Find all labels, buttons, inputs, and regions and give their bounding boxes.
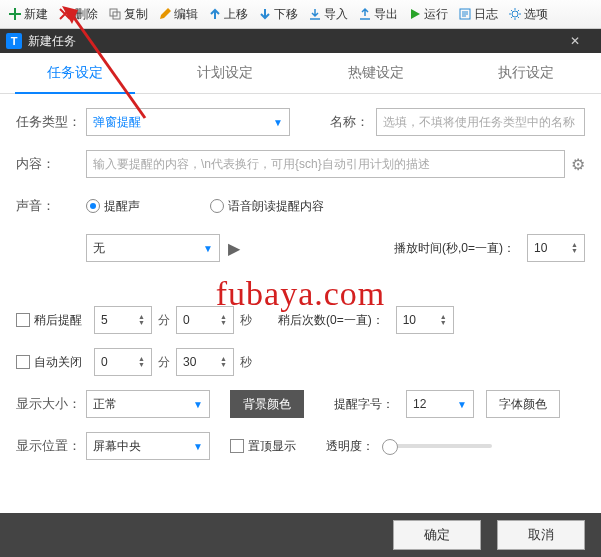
copy-icon <box>108 7 122 21</box>
spinner-icon: ▲▼ <box>220 314 227 326</box>
position-label: 显示位置： <box>16 437 86 455</box>
x-icon <box>58 7 72 21</box>
radio-tts[interactable]: 语音朗读提醒内容 <box>210 198 324 215</box>
later-count-label: 稍后次数(0=一直)： <box>278 312 384 329</box>
later-min-stepper[interactable]: 5▲▼ <box>94 306 152 334</box>
import-icon <box>308 7 322 21</box>
toolbar-moveup[interactable]: 上移 <box>204 4 252 25</box>
spinner-icon: ▲▼ <box>138 314 145 326</box>
play-sound-button[interactable]: ▶ <box>220 239 248 258</box>
checkbox-icon <box>16 313 30 327</box>
name-input[interactable]: 选填，不填将使用任务类型中的名称 <box>376 108 585 136</box>
sound-label: 声音： <box>16 197 86 215</box>
play-time-stepper[interactable]: 10▲▼ <box>527 234 585 262</box>
opacity-slider[interactable] <box>382 444 492 448</box>
content-input[interactable]: 输入要提醒的内容，\n代表换行，可用{sch}自动引用计划的描述 <box>86 150 565 178</box>
export-icon <box>358 7 372 21</box>
log-icon <box>458 7 472 21</box>
main-toolbar: 新建 删除 复制 编辑 上移 下移 导入 导出 运行 日志 选项 <box>0 0 601 29</box>
radio-sound[interactable]: 提醒声 <box>86 198 140 215</box>
fontsize-label: 提醒字号： <box>334 396 394 413</box>
fontcolor-button[interactable]: 字体颜色 <box>486 390 560 418</box>
opacity-label: 透明度： <box>326 438 374 455</box>
fontsize-combo[interactable]: 12▼ <box>406 390 474 418</box>
chevron-down-icon: ▼ <box>457 399 467 410</box>
toolbar-edit[interactable]: 编辑 <box>154 4 202 25</box>
window-titlebar: T 新建任务 ✕ <box>0 29 601 53</box>
toolbar-movedown[interactable]: 下移 <box>254 4 302 25</box>
autoclose-min-stepper[interactable]: 0▲▼ <box>94 348 152 376</box>
toolbar-new[interactable]: 新建 <box>4 4 52 25</box>
tab-task[interactable]: 任务设定 <box>0 53 150 93</box>
spinner-icon: ▲▼ <box>571 242 578 254</box>
tab-plan[interactable]: 计划设定 <box>150 53 300 93</box>
name-label: 名称： <box>330 113 376 131</box>
arrow-up-icon <box>208 7 222 21</box>
toolbar-log[interactable]: 日志 <box>454 4 502 25</box>
play-time-label: 播放时间(秒,0=一直)： <box>394 240 515 257</box>
content-settings-icon[interactable]: ⚙ <box>571 155 585 174</box>
dialog-footer: 确定 取消 <box>0 513 601 557</box>
gear-icon <box>508 7 522 21</box>
app-icon: T <box>6 33 22 49</box>
size-label: 显示大小： <box>16 395 86 413</box>
later-check[interactable]: 稍后提醒 <box>16 312 82 329</box>
chevron-down-icon: ▼ <box>193 399 203 410</box>
svg-point-3 <box>512 11 518 17</box>
bgcolor-button[interactable]: 背景颜色 <box>230 390 304 418</box>
cancel-button[interactable]: 取消 <box>497 520 585 550</box>
chevron-down-icon: ▼ <box>203 243 213 254</box>
form-area: 任务类型： 弹窗提醒 ▼ 名称： 选填，不填将使用任务类型中的名称 内容： 输入… <box>0 94 601 460</box>
checkbox-icon <box>16 355 30 369</box>
topmost-check[interactable]: 置顶显示 <box>230 438 296 455</box>
spinner-icon: ▲▼ <box>138 356 145 368</box>
plus-icon <box>8 7 22 21</box>
radio-dot-icon <box>210 199 224 213</box>
toolbar-run[interactable]: 运行 <box>404 4 452 25</box>
task-type-label: 任务类型： <box>16 113 86 131</box>
play-icon <box>408 7 422 21</box>
toolbar-copy[interactable]: 复制 <box>104 4 152 25</box>
toolbar-export[interactable]: 导出 <box>354 4 402 25</box>
tab-exec[interactable]: 执行设定 <box>451 53 601 93</box>
tab-bar: 任务设定 计划设定 热键设定 执行设定 <box>0 53 601 94</box>
radio-dot-icon <box>86 199 100 213</box>
content-label: 内容： <box>16 155 86 173</box>
autoclose-sec-stepper[interactable]: 30▲▼ <box>176 348 234 376</box>
later-sec-stepper[interactable]: 0▲▼ <box>176 306 234 334</box>
spinner-icon: ▲▼ <box>440 314 447 326</box>
tab-hotkey[interactable]: 热键设定 <box>301 53 451 93</box>
arrow-down-icon <box>258 7 272 21</box>
close-icon[interactable]: ✕ <box>555 29 595 53</box>
pencil-icon <box>158 7 172 21</box>
size-combo[interactable]: 正常▼ <box>86 390 210 418</box>
later-count-stepper[interactable]: 10▲▼ <box>396 306 454 334</box>
chevron-down-icon: ▼ <box>273 117 283 128</box>
window-title: 新建任务 <box>28 33 76 50</box>
toolbar-options[interactable]: 选项 <box>504 4 552 25</box>
toolbar-delete[interactable]: 删除 <box>54 4 102 25</box>
chevron-down-icon: ▼ <box>193 441 203 452</box>
sound-combo[interactable]: 无▼ <box>86 234 220 262</box>
spinner-icon: ▲▼ <box>220 356 227 368</box>
task-type-combo[interactable]: 弹窗提醒 ▼ <box>86 108 290 136</box>
checkbox-icon <box>230 439 244 453</box>
toolbar-import[interactable]: 导入 <box>304 4 352 25</box>
position-combo[interactable]: 屏幕中央▼ <box>86 432 210 460</box>
autoclose-check[interactable]: 自动关闭 <box>16 354 82 371</box>
ok-button[interactable]: 确定 <box>393 520 481 550</box>
